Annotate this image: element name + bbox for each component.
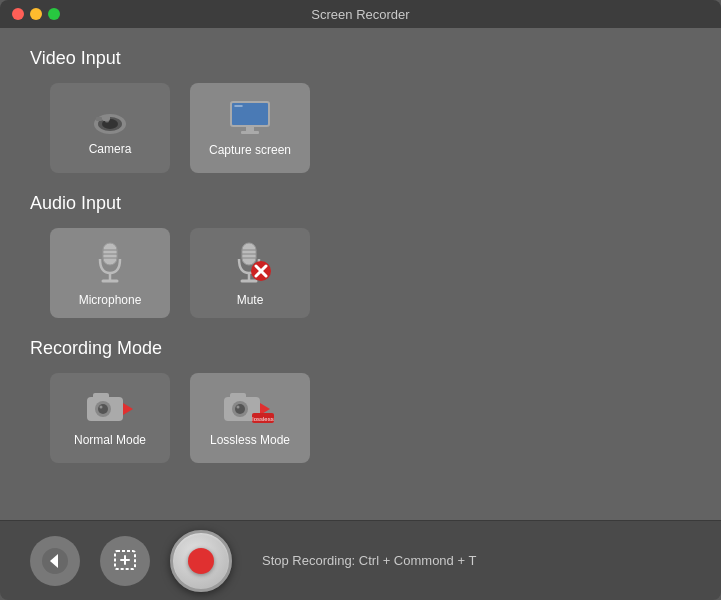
svg-point-35 (235, 404, 245, 414)
recording-mode-label: Recording Mode (30, 338, 691, 359)
region-button[interactable] (100, 536, 150, 586)
lossless-mode-icon: lossless (222, 389, 278, 427)
recording-mode-buttons: Normal Mode (50, 373, 691, 463)
back-button[interactable] (30, 536, 80, 586)
traffic-lights (12, 8, 60, 20)
video-input-buttons: Camera (50, 83, 691, 173)
camera-label: Camera (89, 142, 132, 156)
microphone-label: Microphone (79, 293, 142, 307)
normal-mode-button[interactable]: Normal Mode (50, 373, 170, 463)
main-content: Video Input (0, 28, 721, 520)
capture-screen-label: Capture screen (209, 143, 291, 157)
svg-rect-27 (93, 393, 109, 400)
mute-label: Mute (237, 293, 264, 307)
mute-icon (227, 239, 273, 287)
video-input-label: Video Input (30, 48, 691, 69)
svg-rect-33 (230, 393, 246, 400)
svg-rect-5 (96, 117, 102, 121)
normal-mode-label: Normal Mode (74, 433, 146, 447)
svg-point-36 (237, 406, 240, 409)
camera-button[interactable]: Camera (50, 83, 170, 173)
svg-point-30 (100, 406, 103, 409)
lossless-mode-label: Lossless Mode (210, 433, 290, 447)
monitor-icon (227, 99, 273, 137)
camera-icon (88, 100, 132, 136)
svg-rect-9 (246, 127, 254, 131)
window-title: Screen Recorder (311, 7, 409, 22)
title-bar: Screen Recorder (0, 0, 721, 28)
record-button[interactable] (170, 530, 232, 592)
svg-text:lossless: lossless (252, 416, 273, 422)
normal-mode-icon (85, 389, 135, 427)
maximize-button[interactable] (48, 8, 60, 20)
back-icon (42, 548, 68, 574)
record-indicator (188, 548, 214, 574)
microphone-icon (92, 239, 128, 287)
svg-rect-10 (241, 131, 259, 134)
lossless-mode-button[interactable]: lossless Lossless Mode (190, 373, 310, 463)
toolbar: Stop Recording: Ctrl + Commond + T (0, 520, 721, 600)
svg-marker-31 (123, 403, 133, 415)
capture-screen-button[interactable]: Capture screen (190, 83, 310, 173)
video-input-section: Video Input (30, 48, 691, 173)
mute-button[interactable]: Mute (190, 228, 310, 318)
microphone-button[interactable]: Microphone (50, 228, 170, 318)
recording-mode-section: Recording Mode (30, 338, 691, 463)
stop-recording-text: Stop Recording: Ctrl + Commond + T (262, 553, 476, 568)
audio-input-section: Audio Input (30, 193, 691, 318)
audio-input-label: Audio Input (30, 193, 691, 214)
svg-point-29 (98, 404, 108, 414)
close-button[interactable] (12, 8, 24, 20)
audio-input-buttons: Microphone (50, 228, 691, 318)
app-window: Screen Recorder Video Input (0, 0, 721, 600)
svg-rect-4 (102, 115, 110, 121)
region-icon (111, 547, 139, 575)
minimize-button[interactable] (30, 8, 42, 20)
